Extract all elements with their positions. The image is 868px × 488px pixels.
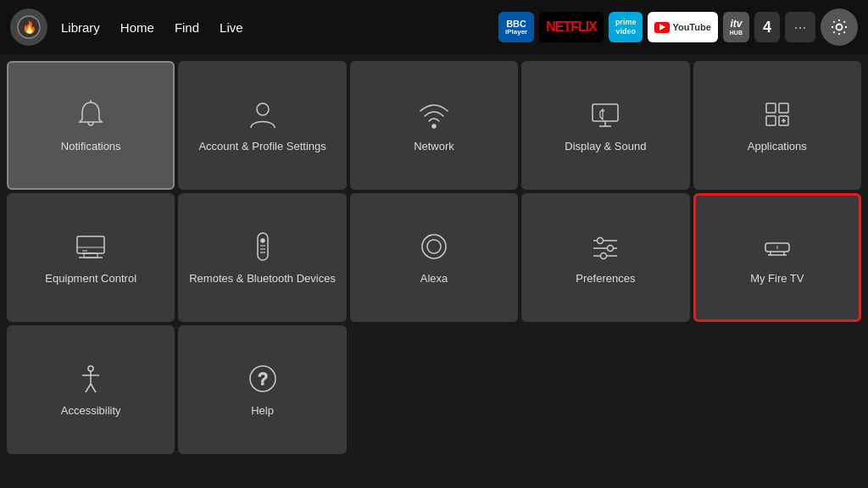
- grid-item-account-profile[interactable]: Account & Profile Settings: [178, 61, 346, 190]
- help-label: Help: [244, 404, 281, 419]
- svg-rect-21: [258, 233, 268, 260]
- grid-item-remotes-bluetooth[interactable]: Remotes & Bluetooth Devices: [178, 193, 346, 322]
- svg-rect-6: [593, 104, 618, 121]
- svg-point-22: [261, 239, 264, 242]
- app-channel4[interactable]: 4: [754, 12, 780, 42]
- wifi-icon: [417, 97, 451, 131]
- top-nav: 🔥 Library Home Find Live BBC iPlayer NET…: [0, 0, 868, 54]
- svg-point-5: [432, 125, 436, 128]
- svg-point-39: [88, 366, 93, 371]
- grid-item-my-fire-tv[interactable]: My Fire TV: [693, 193, 861, 322]
- youtube-icon: [654, 22, 670, 33]
- svg-point-31: [598, 237, 604, 243]
- monitor-icon: [74, 230, 108, 263]
- svg-line-42: [86, 384, 91, 392]
- nav-library[interactable]: Library: [61, 20, 100, 35]
- bell-icon: [74, 97, 108, 131]
- grid-item-applications[interactable]: Applications: [693, 61, 861, 190]
- svg-rect-15: [77, 236, 104, 253]
- accessibility-label: Accessibility: [54, 404, 128, 419]
- svg-point-2: [837, 25, 843, 30]
- display-sound-label: Display & Sound: [558, 140, 653, 154]
- svg-point-33: [601, 252, 607, 258]
- remote-icon: [246, 230, 280, 263]
- remotes-bluetooth-label: Remotes & Bluetooth Devices: [182, 272, 342, 286]
- svg-point-32: [608, 245, 614, 251]
- apps-icon: [760, 97, 794, 131]
- grid-item-display-sound[interactable]: Display & Sound: [521, 61, 689, 190]
- network-label: Network: [407, 140, 461, 154]
- alexa-icon: [417, 230, 451, 263]
- grid-item-notifications[interactable]: Notifications: [7, 61, 175, 190]
- notifications-label: Notifications: [54, 140, 128, 154]
- app-itv-hub[interactable]: itv HUB: [723, 12, 749, 42]
- person-icon: [246, 97, 280, 131]
- more-apps-button[interactable]: ···: [785, 12, 815, 42]
- preferences-label: Preferences: [569, 272, 642, 286]
- accessibility-icon: [74, 362, 108, 396]
- help-icon: ?: [246, 362, 280, 396]
- svg-text:🔥: 🔥: [22, 20, 37, 35]
- grid-item-alexa[interactable]: Alexa: [350, 193, 518, 322]
- svg-line-43: [91, 384, 96, 392]
- app-netflix[interactable]: NETFLIX: [539, 12, 604, 42]
- svg-point-27: [427, 240, 441, 253]
- nav-links: Library Home Find Live: [61, 20, 243, 35]
- nav-live[interactable]: Live: [220, 20, 243, 35]
- settings-button[interactable]: [821, 8, 858, 46]
- settings-grid: Notifications Account & Profile Settings…: [0, 54, 868, 488]
- my-fire-tv-label: My Fire TV: [743, 272, 810, 286]
- logo-icon: 🔥: [17, 15, 41, 39]
- nav-home[interactable]: Home: [120, 20, 154, 35]
- svg-rect-9: [766, 103, 776, 113]
- settings-icon: [830, 18, 849, 36]
- nav-apps: BBC iPlayer NETFLIX prime video YouTube …: [498, 8, 858, 46]
- svg-text:?: ?: [258, 369, 267, 388]
- account-profile-label: Account & Profile Settings: [192, 140, 332, 154]
- grid-item-network[interactable]: Network: [350, 61, 518, 190]
- nav-find[interactable]: Find: [175, 20, 199, 35]
- grid-item-preferences[interactable]: Preferences: [521, 193, 689, 322]
- svg-rect-11: [766, 116, 776, 125]
- app-bbc-iplayer[interactable]: BBC iPlayer: [498, 12, 534, 42]
- grid-item-accessibility[interactable]: Accessibility: [7, 325, 175, 454]
- firetv-icon: [760, 230, 794, 263]
- alexa-label: Alexa: [414, 272, 455, 286]
- svg-point-4: [257, 103, 269, 115]
- sliders-icon: [588, 230, 622, 263]
- equipment-control-label: Equipment Control: [38, 272, 143, 286]
- app-prime-video[interactable]: prime video: [609, 12, 643, 42]
- grid-item-help[interactable]: ? Help: [178, 325, 346, 454]
- display-icon: [588, 97, 622, 131]
- app-youtube[interactable]: YouTube: [648, 12, 717, 42]
- svg-point-26: [422, 235, 446, 258]
- svg-rect-10: [779, 103, 788, 113]
- logo[interactable]: 🔥: [10, 8, 47, 46]
- grid-item-equipment-control[interactable]: Equipment Control: [7, 193, 175, 322]
- applications-label: Applications: [741, 140, 814, 154]
